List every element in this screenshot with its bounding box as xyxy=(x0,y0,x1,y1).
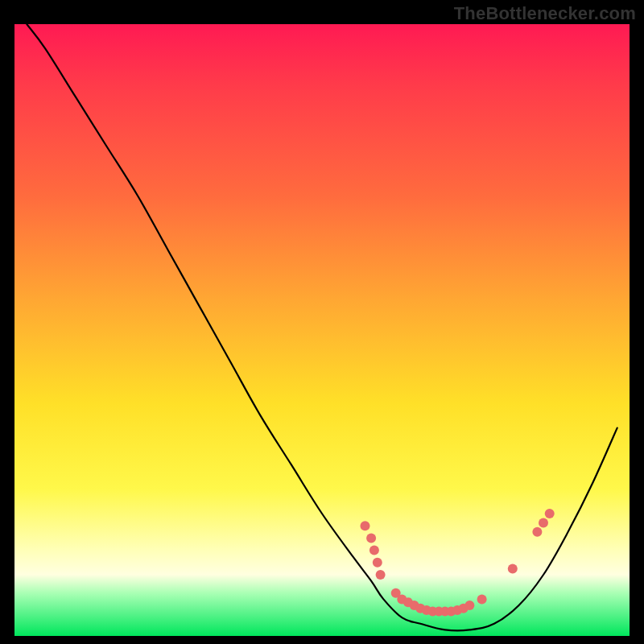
attribution-text: TheBottlenecker.com xyxy=(454,3,636,24)
data-marker xyxy=(361,521,370,530)
data-marker xyxy=(539,518,548,527)
bottleneck-curve xyxy=(27,24,617,630)
chart-svg xyxy=(14,24,630,636)
data-marker xyxy=(532,527,542,537)
data-marker xyxy=(508,564,518,573)
data-marker xyxy=(369,546,379,555)
data-marker xyxy=(366,533,376,543)
data-marker xyxy=(376,570,386,580)
data-marker xyxy=(545,509,555,518)
data-marker xyxy=(373,558,382,568)
data-marker xyxy=(477,594,487,604)
marker-group xyxy=(361,509,555,617)
chart-plot-area xyxy=(14,24,630,636)
data-marker xyxy=(464,601,474,610)
